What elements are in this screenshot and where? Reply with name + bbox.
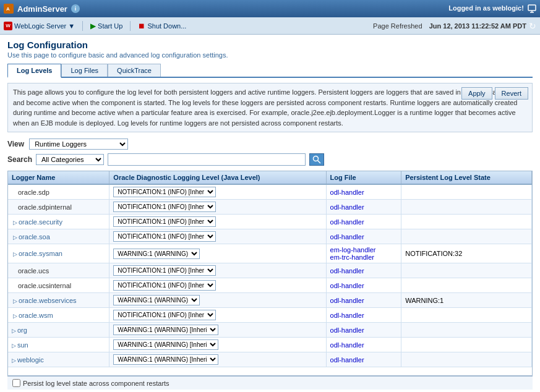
log-file-cell: odl-handler	[326, 278, 401, 293]
log-level-cell: NOTIFICATION:1 (INFO) [Inher	[109, 184, 326, 200]
col-log-file: Log File	[326, 171, 401, 184]
search-button[interactable]	[309, 153, 324, 166]
content-wrapper: Log Configuration Use this page to confi…	[0, 35, 540, 392]
startup-button[interactable]: ▶ Start Up	[90, 22, 122, 30]
expand-icon[interactable]: ▷	[13, 298, 17, 304]
odl-link[interactable]: odl-handler	[330, 218, 364, 226]
log-level-cell: WARNING:1 (WARNING) [Inheri	[109, 323, 326, 338]
info-icon[interactable]: i	[71, 4, 80, 13]
header: A AdminServer i Logged in as weblogic!	[0, 0, 540, 17]
level-select[interactable]: NOTIFICATION:1 (INFO) [Inher	[113, 231, 216, 242]
table-row: ▷oracle.wsm NOTIFICATION:1 (INFO) [Inher…	[8, 308, 532, 323]
log-level-cell: WARNING:1 (WARNING) [Inheri	[109, 352, 326, 367]
level-select[interactable]: NOTIFICATION:1 (INFO) [Inher	[113, 216, 216, 227]
level-select[interactable]: WARNING:1 (WARNING)	[113, 295, 200, 305]
odl-link[interactable]: odl-handler	[330, 282, 364, 289]
logger-name-cell: ▷oracle.sysman	[8, 244, 109, 263]
odl-link[interactable]: em-trc-handler	[330, 254, 398, 261]
odl-link[interactable]: odl-handler	[330, 233, 364, 241]
log-level-cell: NOTIFICATION:1 (INFO) [Inher	[109, 200, 326, 215]
expand-icon[interactable]: ▷	[13, 313, 17, 319]
level-select[interactable]: NOTIFICATION:1 (INFO) [Inher	[113, 265, 216, 276]
odl-link[interactable]: odl-handler	[330, 297, 364, 304]
shutdown-button[interactable]: ⏹ Shut Down...	[138, 22, 186, 30]
header-server-name: AdminServer	[17, 4, 67, 14]
odl-link[interactable]: odl-handler	[330, 203, 364, 211]
persist-checkbox[interactable]	[12, 379, 20, 387]
view-select[interactable]: Runtime Loggers Persistent Loggers	[29, 138, 128, 150]
weblogic-server-menu[interactable]: W WebLogic Server ▼	[4, 22, 75, 30]
level-select[interactable]: WARNING:1 (WARNING) [Inheri	[113, 354, 218, 365]
table-scroll[interactable]: Logger Name Oracle Diagnostic Logging Le…	[8, 171, 532, 375]
expand-icon[interactable]: ▷	[13, 251, 17, 257]
level-select[interactable]: NOTIFICATION:1 (INFO) [Inher	[113, 202, 216, 212]
col-persistent: Persistent Log Level State	[401, 171, 532, 184]
expand-icon[interactable]: ▷	[13, 219, 17, 226]
logger-name-cell: ▷oracle.wsm	[8, 308, 109, 323]
server-icon: A	[4, 4, 14, 14]
content-inner: Log Configuration Use this page to confi…	[0, 35, 540, 392]
persistent-cell	[401, 323, 532, 338]
expand-icon[interactable]: ▷	[12, 328, 16, 334]
svg-point-5	[314, 156, 319, 161]
tab-log-levels[interactable]: Log Levels	[7, 64, 61, 78]
log-file-cell: odl-handler	[326, 338, 401, 352]
startup-icon: ▶	[90, 22, 96, 30]
odl-link[interactable]: odl-handler	[330, 341, 364, 349]
level-select[interactable]: WARNING:1 (WARNING)	[113, 249, 200, 259]
level-select[interactable]: WARNING:1 (WARNING) [Inheri	[113, 339, 218, 350]
tab-quicktrace[interactable]: QuickTrace	[108, 64, 161, 77]
toolbar: W WebLogic Server ▼ ▶ Start Up ⏹ Shut Do…	[0, 17, 540, 35]
category-select[interactable]: All Categories oracle sun weblogic org	[36, 154, 104, 165]
search-input[interactable]	[108, 153, 306, 166]
page-subtitle: Use this page to configure basic and adv…	[7, 51, 533, 59]
level-select[interactable]: WARNING:1 (WARNING) [Inheri	[113, 325, 218, 335]
expand-icon[interactable]: ▷	[12, 357, 16, 364]
table-row: ▷oracle.soa NOTIFICATION:1 (INFO) [Inher…	[8, 229, 532, 244]
page-refreshed-text: Page Refreshed	[373, 22, 422, 30]
revert-button[interactable]: Revert	[495, 87, 528, 100]
persistent-cell	[401, 338, 532, 352]
logger-name-cell: oracle.ucs	[8, 263, 109, 278]
loggers-table: Logger Name Oracle Diagnostic Logging Le…	[8, 171, 532, 367]
odl-link[interactable]: odl-handler	[330, 312, 364, 319]
login-user: weblogic!	[492, 4, 524, 12]
toolbar-separator-2	[130, 21, 131, 31]
table-row: oracle.sdp NOTIFICATION:1 (INFO) [Inher …	[8, 184, 532, 200]
shutdown-icon: ⏹	[138, 22, 145, 30]
monitor-icon[interactable]	[528, 4, 536, 13]
persistent-cell: WARNING:1	[401, 293, 532, 308]
search-row: Search All Categories oracle sun weblogi…	[7, 153, 533, 166]
log-level-cell: NOTIFICATION:1 (INFO) [Inher	[109, 215, 326, 229]
search-label: Search	[7, 155, 32, 164]
logger-name-cell: ▷org	[8, 323, 109, 338]
weblogic-icon: W	[4, 22, 12, 30]
description-box: This page allows you to configure the lo…	[7, 83, 533, 132]
refresh-time: Jun 12, 2013 11:22:52 AM PDT	[429, 22, 526, 30]
level-select[interactable]: NOTIFICATION:1 (INFO) [Inher	[113, 310, 216, 320]
odl-link[interactable]: em-log-handler	[330, 246, 398, 254]
col-log-level: Oracle Diagnostic Logging Level (Java Le…	[109, 171, 326, 184]
odl-link[interactable]: odl-handler	[330, 326, 364, 334]
refresh-icon[interactable]: ↻	[529, 21, 536, 31]
refresh-bar: Page Refreshed Jun 12, 2013 11:22:52 AM …	[373, 19, 536, 33]
apply-button[interactable]: Apply	[461, 87, 492, 100]
odl-link[interactable]: odl-handler	[330, 267, 364, 275]
table-row: ▷oracle.security NOTIFICATION:1 (INFO) […	[8, 215, 532, 229]
svg-text:A: A	[6, 6, 10, 12]
svg-rect-2	[528, 5, 536, 11]
level-select[interactable]: NOTIFICATION:1 (INFO) [Inher	[113, 187, 216, 197]
table-row: ▷weblogic WARNING:1 (WARNING) [Inheri od…	[8, 352, 532, 367]
log-file-cell: odl-handler	[326, 184, 401, 200]
startup-label: Start Up	[98, 22, 122, 30]
expand-icon[interactable]: ▷	[13, 234, 17, 241]
odl-link[interactable]: odl-handler	[330, 189, 364, 196]
logger-name-cell: ▷oracle.soa	[8, 229, 109, 244]
expand-icon[interactable]: ▷	[12, 343, 16, 349]
log-file-cell: odl-handler	[326, 323, 401, 338]
table-row: ▷oracle.webservices WARNING:1 (WARNING) …	[8, 293, 532, 308]
level-select[interactable]: NOTIFICATION:1 (INFO) [Inher	[113, 280, 216, 291]
tab-log-files[interactable]: Log Files	[61, 64, 108, 77]
odl-link[interactable]: odl-handler	[330, 356, 364, 364]
persist-label[interactable]: Persist log level state across component…	[23, 380, 169, 387]
